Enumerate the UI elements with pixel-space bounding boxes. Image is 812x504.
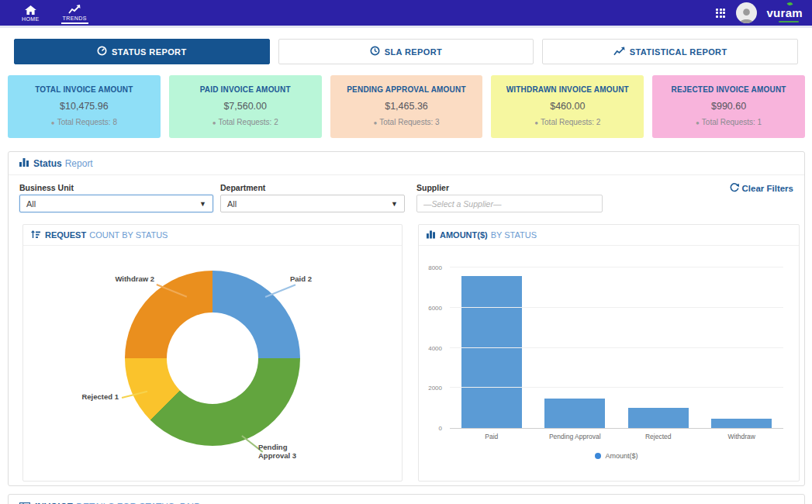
bar-slot: [617, 268, 700, 428]
requests-count: 2: [274, 118, 278, 126]
navbar-right: vuram: [716, 2, 803, 23]
bars-row: [450, 268, 783, 428]
apps-grid-icon[interactable]: [716, 9, 725, 18]
summary-card: PAID INVOICE AMOUNT $7,560.00 ●Total Req…: [169, 75, 322, 138]
section-title-bold: Status: [33, 158, 62, 169]
amount-by-status-header: AMOUNT($) BY STATUS: [419, 225, 799, 246]
gridline: [450, 267, 783, 268]
donut-label-withdraw: Withdraw 2: [102, 274, 154, 283]
bar-pending-approval[interactable]: [544, 399, 605, 428]
requests-count: 8: [112, 118, 117, 126]
card-amount: $10,475.96: [8, 101, 161, 112]
bullet-icon: ●: [696, 119, 700, 126]
gridline: [450, 307, 783, 308]
bullet-icon: ●: [373, 119, 377, 126]
home-icon: [25, 5, 36, 16]
department-select[interactable]: All ▼: [220, 195, 405, 212]
bullet-icon: ●: [534, 119, 538, 126]
leader-line-paid: [265, 284, 296, 297]
summary-card: WITHDRAWN INVOICE AMOUNT $460.00 ●Total …: [491, 75, 644, 138]
card-amount: $1,465.36: [330, 101, 483, 112]
card-requests: ●Total Requests: 1: [652, 118, 805, 126]
card-title: WITHDRAWN INVOICE AMOUNT: [491, 85, 644, 94]
supplier-input[interactable]: [416, 195, 603, 212]
tab-statistical-report[interactable]: STATISTICAL REPORT: [542, 39, 798, 64]
chevron-down-icon: ▼: [199, 200, 206, 208]
card-title: REJECTED INVOICE AMOUNT: [652, 85, 805, 94]
bar-yaxis: 02000400060008000: [420, 268, 445, 429]
panel-title-rest: COUNT BY STATUS: [89, 230, 168, 240]
legend-label: Amount($): [605, 452, 638, 460]
x-tick-label: Pending Approval: [534, 433, 617, 440]
bar-chart-icon: [19, 158, 29, 169]
tab-label: STATISTICAL REPORT: [630, 47, 727, 57]
y-tick-label: 0: [420, 425, 442, 432]
requests-count: 1: [758, 118, 762, 126]
department-value: All: [227, 199, 237, 209]
card-requests: ●Total Requests: 8: [8, 118, 161, 126]
x-tick-label: Paid: [450, 433, 534, 440]
bullet-icon: ●: [213, 119, 216, 126]
requests-count: 2: [596, 118, 601, 126]
refresh-icon: [730, 183, 739, 194]
y-tick-label: 8000: [420, 264, 442, 271]
card-amount: $990.60: [652, 101, 805, 112]
nav-item-home[interactable]: HOME: [20, 3, 41, 23]
bar-slot: [450, 268, 534, 428]
supplier-label: Supplier: [416, 183, 449, 192]
nav-item-label: TRENDS: [63, 16, 87, 21]
bar-slot: [534, 268, 617, 428]
chevron-down-icon: ▼: [391, 200, 398, 208]
summary-card: PENDING APPROVAL AMOUNT $1,465.36 ●Total…: [330, 75, 483, 138]
nav-item-trends[interactable]: TRENDS: [61, 2, 88, 24]
bar-chart-solid-icon: [427, 230, 435, 240]
business-unit-label: Business Unit: [19, 183, 74, 192]
trends-icon: [68, 5, 81, 16]
donut-label-pending: Pending Approval 3: [258, 443, 296, 460]
donut-label-paid: Paid 2: [290, 274, 312, 283]
business-unit-value: All: [26, 199, 36, 209]
report-tabs: STATUS REPORT SLA REPORT STATISTICAL REP…: [14, 39, 798, 64]
bar-withdraw[interactable]: [711, 419, 772, 428]
panel-title-bold: AMOUNT($): [440, 230, 488, 240]
gridline: [450, 387, 783, 388]
top-navbar: HOME TRENDS vuram: [0, 0, 812, 28]
summary-cards: TOTAL INVOICE AMOUNT $10,475.96 ●Total R…: [8, 75, 805, 138]
status-report-icon: [97, 46, 107, 57]
card-title: PAID INVOICE AMOUNT: [169, 85, 322, 94]
brand-logo: vuram: [766, 6, 803, 19]
card-requests: ●Total Requests: 2: [491, 118, 644, 126]
y-tick-label: 2000: [420, 385, 442, 392]
tab-status-report[interactable]: STATUS REPORT: [14, 39, 270, 64]
section-title-rest: Report: [65, 158, 93, 169]
card-title: PENDING APPROVAL AMOUNT: [330, 85, 483, 94]
tab-sla-report[interactable]: SLA REPORT: [278, 39, 534, 64]
bar-paid[interactable]: [461, 276, 522, 428]
donut-hole: [167, 312, 258, 404]
x-tick-label: Withdraw: [700, 433, 784, 440]
panel-title-rest: BY STATUS: [491, 230, 537, 240]
user-avatar[interactable]: [736, 2, 757, 23]
card-amount: $7,560.00: [169, 101, 322, 112]
donut-label-rejected: Rejected 1: [72, 392, 119, 401]
business-unit-select[interactable]: All ▼: [19, 195, 213, 212]
xlabels-row: PaidPending ApprovalRejectedWithdraw: [450, 433, 783, 440]
summary-card: TOTAL INVOICE AMOUNT $10,475.96 ●Total R…: [8, 75, 161, 138]
tab-label: STATUS REPORT: [112, 47, 186, 57]
clear-filters-button[interactable]: Clear Filters: [730, 183, 793, 194]
request-count-header: REQUEST COUNT BY STATUS: [23, 225, 402, 246]
request-count-panel: REQUEST COUNT BY STATUS Withdraw 2 Paid …: [22, 224, 403, 482]
y-tick-label: 6000: [420, 305, 442, 312]
y-tick-label: 4000: [420, 345, 442, 352]
summary-card: REJECTED INVOICE AMOUNT $990.60 ●Total R…: [652, 75, 805, 138]
bar-rejected[interactable]: [628, 408, 689, 428]
invoice-details-header: INVOICE DETAILS FOR STATUS: PAID: [8, 494, 805, 504]
sort-amount-icon: [31, 230, 40, 240]
department-label: Department: [220, 183, 265, 192]
legend-dot-icon: [595, 453, 601, 459]
brand-tagline: [779, 21, 799, 22]
card-title: TOTAL INVOICE AMOUNT: [8, 85, 161, 94]
dashboard-page: HOME TRENDS vuram: [0, 0, 812, 504]
donut-chart[interactable]: [125, 271, 300, 446]
requests-count: 3: [435, 118, 440, 126]
